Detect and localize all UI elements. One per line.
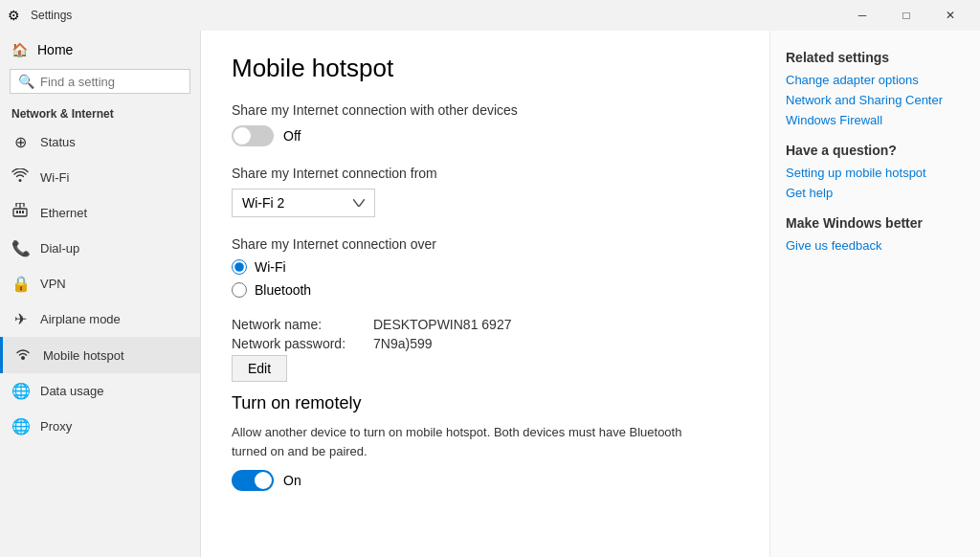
radio-bluetooth-label: Bluetooth	[255, 282, 311, 298]
app-icon: ⚙	[8, 8, 23, 23]
turn-on-toggle-thumb	[255, 472, 272, 489]
link-feedback[interactable]: Give us feedback	[786, 238, 965, 253]
sidebar-item-hotspot[interactable]: Mobile hotspot	[0, 337, 200, 373]
titlebar: ⚙ Settings ─ □ ✕	[0, 0, 980, 31]
airplane-icon: ✈	[11, 310, 29, 328]
share-from-dropdown-container: Wi-Fi 2 Wi-Fi Ethernet	[232, 189, 739, 217]
sidebar-item-status[interactable]: ⊕ Status	[0, 124, 200, 160]
close-button[interactable]: ✕	[928, 0, 972, 31]
sidebar-label-hotspot: Mobile hotspot	[43, 348, 124, 363]
network-password-value: 7N9a)599	[373, 336, 433, 351]
share-toggle-thumb	[234, 127, 251, 145]
share-over-label: Share my Internet connection over	[232, 236, 739, 252]
home-label: Home	[37, 42, 73, 57]
share-toggle[interactable]	[232, 125, 274, 146]
sidebar: 🏠 Home 🔍 Network & Internet ⊕ Status Wi-…	[0, 31, 201, 557]
sidebar-item-ethernet[interactable]: Ethernet	[0, 194, 200, 231]
turn-on-toggle-container: On	[232, 470, 739, 491]
titlebar-title: Settings	[31, 9, 840, 22]
sidebar-item-dialup[interactable]: 📞 Dial-up	[0, 231, 200, 266]
feedback-title: Make Windows better	[786, 215, 965, 231]
main-content: Mobile hotspot Share my Internet connect…	[201, 31, 769, 557]
sidebar-item-wifi[interactable]: Wi-Fi	[0, 160, 200, 194]
network-name-row: Network name: DESKTOPWIN81 6927	[232, 317, 739, 332]
window-controls: ─ □ ✕	[840, 0, 972, 31]
network-name-value: DESKTOPWIN81 6927	[373, 317, 511, 332]
link-setup-hotspot[interactable]: Setting up mobile hotspot	[786, 166, 965, 180]
share-devices-section: Share my Internet connection with other …	[232, 102, 739, 146]
sidebar-label-vpn: VPN	[40, 277, 66, 291]
link-firewall[interactable]: Windows Firewall	[786, 113, 965, 127]
sidebar-label-airplane: Airplane mode	[40, 312, 121, 326]
maximize-button[interactable]: □	[884, 0, 928, 31]
share-from-section: Share my Internet connection from Wi-Fi …	[232, 166, 739, 217]
network-password-label: Network password:	[232, 336, 366, 351]
radio-wifi-input[interactable]	[232, 259, 247, 275]
sidebar-search-container: 🔍	[10, 69, 190, 94]
network-password-row: Network password: 7N9a)599	[232, 336, 739, 351]
status-icon: ⊕	[11, 133, 29, 151]
dialup-icon: 📞	[11, 239, 29, 257]
radio-bluetooth-input[interactable]	[232, 282, 247, 298]
vpn-icon: 🔒	[11, 275, 29, 293]
sidebar-item-airplane[interactable]: ✈ Airplane mode	[0, 301, 200, 337]
turn-on-title: Turn on remotely	[232, 393, 739, 413]
svg-point-9	[21, 356, 25, 360]
radio-item-wifi[interactable]: Wi-Fi	[232, 259, 739, 275]
page-title: Mobile hotspot	[232, 54, 739, 83]
radio-wifi-label: Wi-Fi	[255, 259, 286, 275]
share-toggle-label: Off	[283, 128, 301, 144]
sidebar-item-vpn[interactable]: 🔒 VPN	[0, 266, 200, 301]
datausage-icon: 🌐	[11, 382, 29, 400]
search-icon: 🔍	[18, 74, 34, 89]
ethernet-icon	[11, 203, 29, 222]
link-get-help[interactable]: Get help	[786, 186, 965, 200]
svg-rect-3	[22, 211, 24, 213]
svg-rect-1	[16, 211, 18, 213]
share-over-section: Share my Internet connection over Wi-Fi …	[232, 236, 739, 298]
sidebar-label-datausage: Data usage	[40, 384, 104, 398]
sidebar-item-datausage[interactable]: 🌐 Data usage	[0, 373, 200, 409]
share-from-dropdown[interactable]: Wi-Fi 2 Wi-Fi Ethernet	[232, 189, 375, 217]
link-network-sharing[interactable]: Network and Sharing Center	[786, 93, 965, 107]
sidebar-item-proxy[interactable]: 🌐 Proxy	[0, 409, 200, 444]
app-body: 🏠 Home 🔍 Network & Internet ⊕ Status Wi-…	[0, 31, 980, 557]
right-panel: Related settings Change adapter options …	[769, 31, 980, 557]
network-name-label: Network name:	[232, 317, 366, 332]
sidebar-section-label: Network & Internet	[0, 101, 200, 124]
share-devices-label: Share my Internet connection with other …	[232, 102, 739, 118]
sidebar-label-dialup: Dial-up	[40, 241, 79, 256]
sidebar-label-proxy: Proxy	[40, 419, 72, 434]
network-info: Network name: DESKTOPWIN81 6927 Network …	[232, 317, 739, 382]
share-toggle-container: Off	[232, 125, 739, 146]
svg-rect-2	[19, 211, 21, 213]
wifi-icon	[11, 168, 29, 186]
share-over-radio-group: Wi-Fi Bluetooth	[232, 259, 739, 298]
sidebar-label-status: Status	[40, 135, 76, 149]
turn-on-toggle-label: On	[283, 473, 301, 488]
link-change-adapter[interactable]: Change adapter options	[786, 73, 965, 87]
hotspot-icon	[14, 345, 32, 365]
minimize-button[interactable]: ─	[840, 0, 884, 31]
proxy-icon: 🌐	[11, 417, 29, 435]
radio-item-bluetooth[interactable]: Bluetooth	[232, 282, 739, 298]
turn-on-desc: Allow another device to turn on mobile h…	[232, 423, 710, 460]
related-settings-title: Related settings	[786, 50, 965, 65]
home-icon: 🏠	[11, 42, 28, 57]
turn-on-toggle[interactable]	[232, 470, 274, 491]
sidebar-label-ethernet: Ethernet	[40, 206, 87, 220]
question-title: Have a question?	[786, 143, 965, 158]
share-from-label: Share my Internet connection from	[232, 166, 739, 181]
sidebar-label-wifi: Wi-Fi	[40, 170, 69, 185]
turn-on-remotely-section: Turn on remotely Allow another device to…	[232, 393, 739, 491]
sidebar-home[interactable]: 🏠 Home	[0, 34, 200, 65]
edit-button[interactable]: Edit	[232, 355, 287, 382]
search-input[interactable]	[40, 75, 201, 89]
